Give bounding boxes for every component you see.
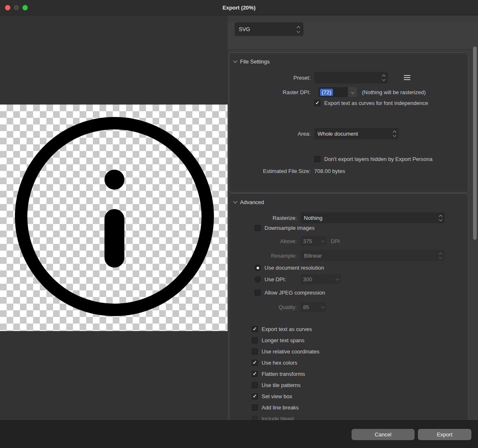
dont-export-hidden-label: Don't export layers hidden by Export Per… xyxy=(324,156,432,162)
minimize-button[interactable] xyxy=(14,5,19,10)
option-checkbox[interactable]: ✓ xyxy=(252,360,258,366)
option-label: Use tile patterns xyxy=(262,382,301,388)
chevron-down-icon xyxy=(233,59,238,63)
jpeg-compression-label: Allow JPEG compression xyxy=(264,290,325,296)
option-label: Include bleed xyxy=(262,416,294,421)
dialog-footer: Cancel Export xyxy=(0,420,478,448)
quality-row: Quality: 85 xyxy=(229,302,468,312)
dont-export-hidden-row: ✓ Don't export layers hidden by Export P… xyxy=(229,156,468,162)
export-text-curves-label: Export text as curves for font independe… xyxy=(324,100,428,106)
resample-value: Bilinear xyxy=(304,253,322,259)
transparency-checkerboard xyxy=(0,105,228,331)
stepper-icon xyxy=(439,253,442,258)
use-document-resolution-radio[interactable] xyxy=(255,265,261,271)
export-preview xyxy=(0,15,228,420)
option-row: ✓ Use hex colors xyxy=(252,359,468,366)
option-label: Flatten transforms xyxy=(262,371,305,377)
svg-options-list: ✓ Export text as curves ✓ Longer text sp… xyxy=(229,326,468,420)
option-checkbox[interactable]: ✓ xyxy=(252,348,258,355)
rasterize-select[interactable]: Nothing xyxy=(301,212,445,223)
option-checkbox[interactable]: ✓ xyxy=(252,337,258,343)
option-row: ✓ Export text as curves xyxy=(252,326,468,332)
quality-select: 85 xyxy=(301,302,326,312)
export-button[interactable]: Export xyxy=(418,429,471,440)
jpeg-compression-checkbox[interactable]: ✓ xyxy=(255,290,261,296)
option-label: Use relative coordinates xyxy=(262,348,319,355)
check-icon: ✓ xyxy=(315,100,319,105)
check-icon: ✓ xyxy=(252,326,257,331)
format-strip: SVG xyxy=(228,22,478,50)
use-dpi-select: 300 xyxy=(301,274,341,284)
export-text-curves-checkbox[interactable]: ✓ xyxy=(314,100,320,106)
raster-dpi-note: (Nothing will be rasterized) xyxy=(362,89,426,95)
option-row: ✓ Flatten transforms xyxy=(252,370,468,377)
use-dpi-row: Use DPI: 300 xyxy=(229,274,468,284)
option-checkbox[interactable]: ✓ xyxy=(252,393,258,399)
format-select[interactable]: SVG xyxy=(235,22,303,36)
area-value: Whole document xyxy=(318,131,358,137)
area-select[interactable]: Whole document xyxy=(314,128,399,139)
estimated-size-value: 708.00 bytes xyxy=(314,168,345,174)
check-icon: ✓ xyxy=(252,360,257,365)
preset-menu-icon[interactable] xyxy=(404,75,410,80)
estimated-size-label: Estimated File Size: xyxy=(229,168,311,174)
downsample-label: Downsample images xyxy=(264,225,315,231)
resample-label: Resample: xyxy=(229,253,297,259)
area-label: Area: xyxy=(229,131,311,137)
preset-label: Preset: xyxy=(229,75,311,81)
titlebar: Export (20%) xyxy=(0,0,478,15)
stepper-icon xyxy=(383,75,385,80)
downsample-checkbox[interactable]: ✓ xyxy=(255,225,261,231)
option-checkbox[interactable]: ✓ xyxy=(252,371,258,377)
raster-dpi-dropdown-arrow[interactable] xyxy=(348,87,357,97)
raster-dpi-selected-text: (72) xyxy=(320,89,333,96)
check-icon: ✓ xyxy=(252,394,257,399)
rasterize-value: Nothing xyxy=(304,215,323,221)
settings-scroll-area: File Settings Preset: Raster DPI: (72) xyxy=(228,50,478,420)
option-checkbox[interactable]: ✓ xyxy=(252,382,258,388)
option-label: Set view box xyxy=(262,393,292,399)
quality-value: 85 xyxy=(303,304,309,310)
check-icon: ✓ xyxy=(252,371,257,376)
chevron-down-icon xyxy=(233,200,238,204)
option-checkbox[interactable]: ✓ xyxy=(252,404,258,411)
jpeg-compression-row: ✓ Allow JPEG compression xyxy=(229,290,468,296)
stepper-icon xyxy=(393,131,396,136)
stepper-icon xyxy=(297,27,300,32)
option-label: Longer text spans xyxy=(262,337,304,343)
use-dpi-value: 300 xyxy=(303,276,312,282)
rasterize-label: Rasterize: xyxy=(229,215,297,221)
chevron-down-icon xyxy=(321,239,324,242)
above-label: Above: xyxy=(229,238,297,244)
use-document-resolution-label: Use document resolution xyxy=(264,265,324,271)
advanced-header[interactable]: Advanced xyxy=(229,194,468,205)
use-dpi-label: Use DPI: xyxy=(264,276,286,282)
cancel-button[interactable]: Cancel xyxy=(352,429,415,440)
dont-export-hidden-checkbox[interactable]: ✓ xyxy=(314,156,320,162)
radio-dot xyxy=(257,267,259,269)
option-label: Add line breaks xyxy=(262,404,299,411)
stepper-icon xyxy=(439,215,442,221)
option-checkbox[interactable]: ✓ xyxy=(252,416,258,421)
raster-dpi-input[interactable]: (72) xyxy=(318,87,348,97)
option-row: ✓ Set view box xyxy=(252,393,468,399)
option-row: ✓ Longer text spans xyxy=(252,337,468,343)
above-dpi-select: 375 xyxy=(301,236,326,246)
file-settings-header[interactable]: File Settings xyxy=(229,53,468,65)
option-row: ✓ Include bleed xyxy=(252,415,468,420)
option-checkbox[interactable]: ✓ xyxy=(252,326,258,332)
traffic-lights xyxy=(5,0,28,15)
zoom-button[interactable] xyxy=(22,5,28,10)
raster-dpi-combo[interactable]: (72) xyxy=(318,87,357,97)
option-row: ✓ Use relative coordinates xyxy=(252,348,468,355)
above-row: Above: 375 DPI xyxy=(229,236,468,246)
raster-dpi-label: Raster DPI: xyxy=(229,89,311,95)
resample-select: Bilinear xyxy=(301,250,445,261)
preset-select[interactable] xyxy=(314,72,388,83)
above-dpi-unit: DPI xyxy=(331,238,340,244)
close-button[interactable] xyxy=(5,5,10,10)
advanced-title: Advanced xyxy=(240,199,264,205)
option-label: Use hex colors xyxy=(262,360,297,366)
use-dpi-radio[interactable] xyxy=(255,276,261,282)
scrollbar[interactable] xyxy=(473,46,477,240)
